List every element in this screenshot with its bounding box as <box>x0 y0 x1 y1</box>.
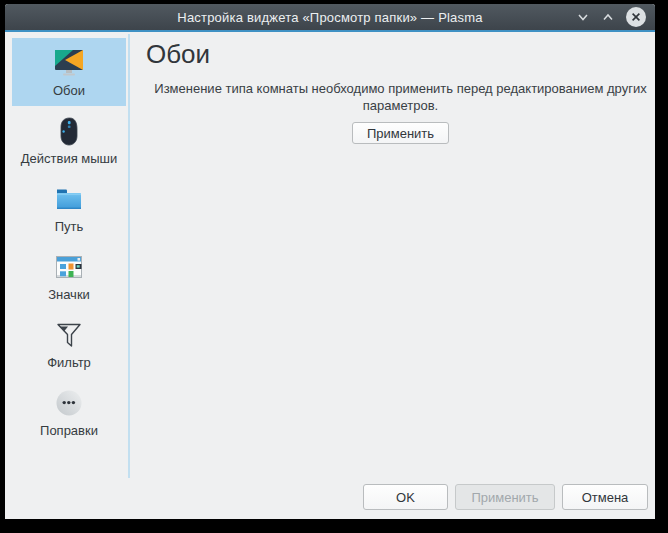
apply-required-message: Изменение типа комнаты необходимо примен… <box>151 81 651 114</box>
sidebar-item-label: Фильтр <box>47 355 91 370</box>
sidebar-item-tweaks[interactable]: Поправки <box>12 378 126 446</box>
mouse-icon <box>53 115 85 147</box>
chevron-down-icon <box>575 10 591 24</box>
folder-icon <box>53 183 85 215</box>
sidebar-item-label: Поправки <box>40 423 98 438</box>
sidebar-item-label: Значки <box>48 287 90 302</box>
sidebar: Обои Действия мыши <box>5 38 128 446</box>
settings-window: Настройка виджета «Просмотр папки» — Pla… <box>5 4 655 519</box>
sidebar-item-label: Обои <box>53 83 85 98</box>
sidebar-item-mouse-actions[interactable]: Действия мыши <box>12 106 126 174</box>
chevron-up-icon <box>600 10 616 24</box>
wallpaper-page: Обои Изменение типа комнаты необходимо п… <box>128 32 655 144</box>
sidebar-item-label: Действия мыши <box>21 151 118 166</box>
close-circle-icon <box>625 6 647 28</box>
cancel-button[interactable]: Отмена <box>562 484 648 510</box>
maximize-button[interactable] <box>600 10 616 24</box>
titlebar[interactable]: Настройка виджета «Просмотр папки» — Pla… <box>5 4 655 30</box>
sidebar-item-label: Путь <box>55 219 84 234</box>
sidebar-item-icons[interactable]: Значки <box>12 242 126 310</box>
apply-button[interactable]: Применить <box>455 484 555 510</box>
sidebar-item-filter[interactable]: Фильтр <box>12 310 126 378</box>
dialog-button-box: OK Применить Отмена <box>363 484 648 510</box>
close-button[interactable] <box>625 6 647 28</box>
apply-room-type-button[interactable]: Применить <box>352 122 449 144</box>
window-controls <box>575 4 647 30</box>
minimize-button[interactable] <box>575 10 591 24</box>
icons-view-icon <box>53 251 85 283</box>
ok-button[interactable]: OK <box>363 484 448 510</box>
filter-funnel-icon <box>53 319 85 351</box>
tweaks-dots-icon <box>53 387 85 419</box>
window-title: Настройка виджета «Просмотр папки» — Pla… <box>5 10 655 25</box>
wallpaper-icon <box>53 47 85 79</box>
sidebar-item-path[interactable]: Путь <box>12 174 126 242</box>
sidebar-item-wallpaper[interactable]: Обои <box>12 38 126 106</box>
page-title: Обои <box>146 38 655 70</box>
